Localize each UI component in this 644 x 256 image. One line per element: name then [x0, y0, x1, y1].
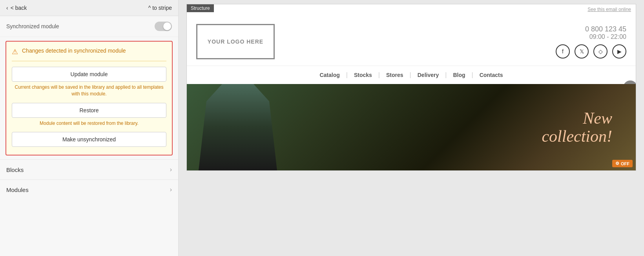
blocks-chevron-icon: ›: [170, 166, 172, 173]
see-online-link[interactable]: See this email online: [587, 7, 631, 12]
update-hint: Current changes will be saved in the lib…: [12, 84, 166, 97]
sync-row: Synchronized module: [0, 16, 178, 37]
nav-item-stores[interactable]: Stores: [386, 72, 403, 78]
right-panel: Structure See this email online YOUR LOG…: [179, 0, 644, 256]
back-button[interactable]: ‹ < back: [6, 5, 27, 11]
to-stripe-label: ^ to stripe: [148, 5, 172, 11]
structure-tab: Structure: [187, 4, 214, 12]
sync-label: Synchronized module: [6, 23, 59, 29]
instagram-icon[interactable]: ◇: [593, 44, 608, 59]
back-label: < back: [11, 5, 27, 11]
warning-box: ⚠ Changes detected in synchronized modul…: [5, 41, 173, 155]
nav-item-catalog[interactable]: Catalog: [319, 72, 339, 78]
twitter-icon[interactable]: 𝕏: [575, 44, 589, 59]
to-stripe-button[interactable]: ^ to stripe: [148, 5, 172, 11]
nav-separator: |: [346, 71, 348, 79]
warning-title: Changes detected in synchronized module: [22, 47, 126, 55]
make-unsynchronized-button[interactable]: Make unsynchronized: [12, 132, 166, 147]
person-silhouette: [199, 84, 277, 170]
sync-toggle[interactable]: [155, 22, 172, 31]
social-icons: f 𝕏 ◇ ▶: [556, 44, 626, 59]
business-hours: 09:00 - 22:00: [556, 33, 626, 40]
nav-separator: |: [472, 71, 473, 79]
nav-separator: |: [410, 71, 411, 79]
nav-item-blog[interactable]: Blog: [453, 72, 465, 78]
left-panel: ‹ < back ^ to stripe Synchronized module…: [0, 0, 179, 256]
restore-button[interactable]: Restore: [12, 103, 166, 118]
hero-image: Newcollection! ⚙ OFF: [187, 84, 636, 170]
off-icon: ⚙: [615, 161, 619, 166]
contact-info: 0 800 123 45 09:00 - 22:00 f 𝕏 ◇ ▶: [556, 25, 626, 59]
back-icon: ‹: [6, 5, 8, 11]
nav-item-delivery[interactable]: Delivery: [418, 72, 439, 78]
blocks-section[interactable]: Blocks ›: [0, 159, 178, 179]
restore-hint: Module content will be restored from the…: [12, 120, 166, 127]
nav-bar: Catalog|Stocks|Stores|Delivery|Blog|Cont…: [187, 66, 636, 84]
off-badge: ⚙ OFF: [612, 160, 633, 167]
warning-icon: ⚠: [12, 48, 18, 56]
blocks-label: Blocks: [6, 166, 24, 173]
nav-separator: |: [378, 71, 380, 79]
hero-title: Newcollection!: [542, 109, 612, 145]
email-preview: Structure See this email online YOUR LOG…: [186, 4, 636, 171]
hero-text: Newcollection!: [542, 109, 612, 145]
logo-placeholder: YOUR LOGO HERE: [196, 24, 275, 59]
facebook-icon[interactable]: f: [556, 44, 570, 59]
nav-item-contacts[interactable]: Contacts: [480, 72, 503, 78]
modules-section[interactable]: Modules ›: [0, 179, 178, 199]
email-header: YOUR LOGO HERE 0 800 123 45 09:00 - 22:0…: [187, 12, 636, 66]
nav-separator: |: [445, 71, 447, 79]
nav-item-stocks[interactable]: Stocks: [354, 72, 372, 78]
modules-chevron-icon: ›: [170, 186, 172, 193]
youtube-icon[interactable]: ▶: [612, 44, 626, 59]
off-label: OFF: [621, 161, 629, 166]
warning-header: ⚠ Changes detected in synchronized modul…: [12, 47, 166, 61]
panel-header: ‹ < back ^ to stripe: [0, 0, 178, 16]
modules-label: Modules: [6, 187, 29, 193]
update-module-button[interactable]: Update module: [12, 67, 166, 82]
phone-number: 0 800 123 45: [556, 25, 626, 33]
